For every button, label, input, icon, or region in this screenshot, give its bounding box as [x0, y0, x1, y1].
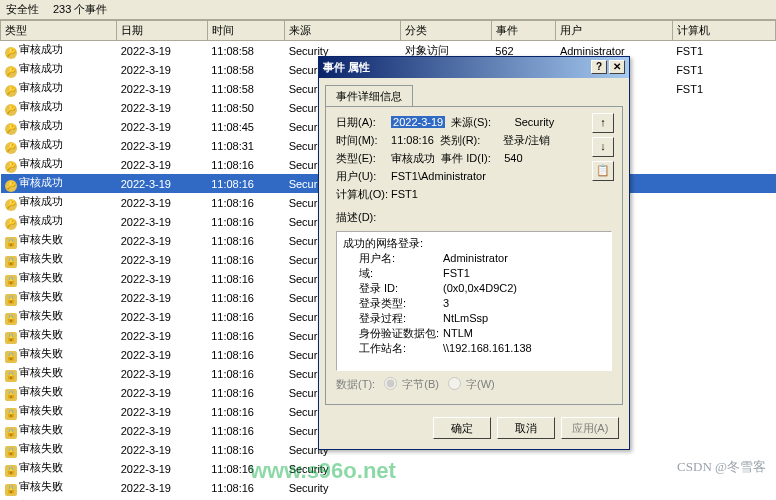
prev-button[interactable]: ↑: [592, 113, 614, 133]
description-box[interactable]: 成功的网络登录: 用户名:Administrator域:FST1登录 ID:(0…: [336, 231, 612, 371]
lock-icon: 🔒: [5, 351, 17, 363]
lock-icon: 🔒: [5, 427, 17, 439]
column-header[interactable]: 日期: [117, 21, 207, 41]
key-icon: 🔑: [5, 85, 17, 97]
cancel-button[interactable]: 取消: [497, 417, 555, 439]
type-value: 审核成功: [391, 152, 435, 164]
date-label: 日期(A):: [336, 115, 388, 130]
desc-row: 域:FST1: [343, 266, 605, 281]
column-header[interactable]: 来源: [285, 21, 401, 41]
help-button[interactable]: ?: [591, 60, 607, 74]
header-label: 安全性: [6, 2, 39, 17]
tab-detail[interactable]: 事件详细信息: [325, 85, 413, 107]
date-value: 2022-3-19: [391, 116, 445, 128]
time-value: 11:08:16: [391, 134, 434, 146]
table-row[interactable]: 🔒审核失败2022-3-1911:08:16Security: [1, 478, 776, 497]
key-icon: 🔑: [5, 142, 17, 154]
lock-icon: 🔒: [5, 446, 17, 458]
lock-icon: 🔒: [5, 256, 17, 268]
radio-bytes: [384, 377, 397, 390]
key-icon: 🔑: [5, 180, 17, 192]
column-header[interactable]: 事件: [491, 21, 556, 41]
column-header[interactable]: 类型: [1, 21, 117, 41]
desc-row: 登录过程:NtLmSsp: [343, 311, 605, 326]
eventid-value: 540: [504, 152, 522, 164]
radio-label: 数据(T):: [336, 378, 375, 390]
desc-row: 用户名:Administrator: [343, 251, 605, 266]
desc-title: 成功的网络登录:: [343, 236, 605, 251]
key-icon: 🔑: [5, 161, 17, 173]
close-button[interactable]: ✕: [609, 60, 625, 74]
table-row[interactable]: 🔒审核失败2022-3-1911:08:16Security: [1, 459, 776, 478]
key-icon: 🔑: [5, 66, 17, 78]
key-icon: 🔑: [5, 218, 17, 230]
lock-icon: 🔒: [5, 237, 17, 249]
lock-icon: 🔒: [5, 313, 17, 325]
apply-button[interactable]: 应用(A): [561, 417, 619, 439]
lock-icon: 🔒: [5, 484, 17, 496]
type-label: 类型(E):: [336, 151, 388, 166]
next-button[interactable]: ↓: [592, 137, 614, 157]
lock-icon: 🔒: [5, 370, 17, 382]
data-radios: 数据(T): 字节(B) 字(W): [336, 377, 612, 392]
list-header: 安全性 233 个事件: [0, 0, 776, 20]
source-value: Security: [514, 116, 554, 128]
user-label: 用户(U):: [336, 169, 388, 184]
computer-label: 计算机(O):: [336, 187, 388, 202]
lock-icon: 🔒: [5, 332, 17, 344]
desc-row: 工作站名:\\192.168.161.138: [343, 341, 605, 356]
desc-row: 身份验证数据包:NTLM: [343, 326, 605, 341]
category-label: 类别(R):: [440, 133, 500, 148]
key-icon: 🔑: [5, 47, 17, 59]
column-header[interactable]: 分类: [401, 21, 491, 41]
lock-icon: 🔒: [5, 465, 17, 477]
ok-button[interactable]: 确定: [433, 417, 491, 439]
category-value: 登录/注销: [503, 134, 550, 146]
event-properties-dialog: 事件 属性 ? ✕ 事件详细信息 ↑ ↓ 📋 日期(A): 2022-3-19 …: [318, 56, 630, 450]
lock-icon: 🔒: [5, 408, 17, 420]
radio-words: [448, 377, 461, 390]
time-label: 时间(M):: [336, 133, 388, 148]
lock-icon: 🔒: [5, 294, 17, 306]
header-count: 233 个事件: [53, 2, 107, 17]
copy-button[interactable]: 📋: [592, 161, 614, 181]
desc-row: 登录类型:3: [343, 296, 605, 311]
column-header[interactable]: 时间: [207, 21, 285, 41]
dialog-titlebar[interactable]: 事件 属性 ? ✕: [319, 57, 629, 78]
desc-label: 描述(D):: [336, 211, 376, 223]
user-value: FST1\Administrator: [391, 170, 486, 182]
eventid-label: 事件 ID(I):: [441, 151, 501, 166]
lock-icon: 🔒: [5, 275, 17, 287]
computer-value: FST1: [391, 188, 418, 200]
lock-icon: 🔒: [5, 389, 17, 401]
key-icon: 🔑: [5, 199, 17, 211]
column-header[interactable]: 计算机: [672, 21, 775, 41]
source-label: 来源(S):: [451, 115, 511, 130]
desc-row: 登录 ID:(0x0,0x4D9C2): [343, 281, 605, 296]
dialog-title: 事件 属性: [323, 60, 370, 75]
key-icon: 🔑: [5, 104, 17, 116]
key-icon: 🔑: [5, 123, 17, 135]
column-header[interactable]: 用户: [556, 21, 672, 41]
